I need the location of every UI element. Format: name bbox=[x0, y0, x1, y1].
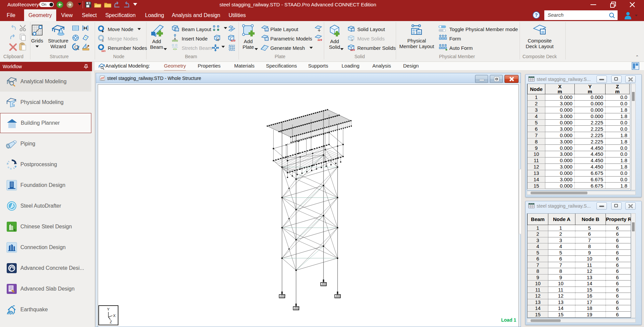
svg-text:Z: Z bbox=[110, 320, 112, 324]
svg-text:123: 123 bbox=[350, 48, 355, 51]
svg-text:Y: Y bbox=[107, 307, 110, 311]
svg-text:123: 123 bbox=[101, 49, 105, 52]
svg-text:?: ? bbox=[535, 12, 538, 18]
svg-text:s: s bbox=[14, 228, 16, 232]
svg-text:X: X bbox=[113, 314, 116, 318]
